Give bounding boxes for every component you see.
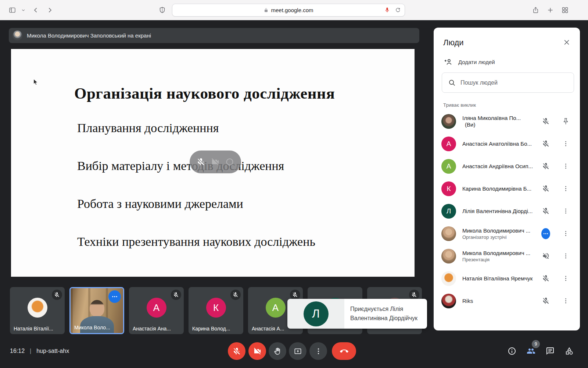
meeting-details-button[interactable]	[505, 344, 519, 358]
chat-icon	[546, 347, 555, 355]
privacy-shield-icon[interactable]	[157, 5, 167, 15]
more-menu-button[interactable]	[561, 162, 570, 171]
chevron-down-icon[interactable]	[18, 5, 28, 15]
more-menu-button[interactable]	[561, 207, 570, 216]
participant-you-suffix: (Ви)	[465, 121, 475, 128]
mic-off-icon	[541, 297, 550, 305]
participant-row: ККарина Володимирівна Б...	[434, 177, 580, 200]
participant-row: Микола Володимирович ...Організатор зуст…	[434, 222, 580, 245]
tile-avatar	[28, 298, 47, 318]
tile-name-label: Анастасія Ана...	[133, 326, 171, 332]
search-field[interactable]	[442, 72, 574, 93]
more-menu-button[interactable]	[561, 274, 570, 283]
join-toast-avatar-section: Л	[287, 299, 344, 329]
chat-panel-button[interactable]	[543, 344, 557, 358]
lock-icon	[263, 8, 269, 13]
add-people-button[interactable]: Додати людей	[444, 58, 495, 66]
camera-toggle-button[interactable]	[248, 342, 266, 360]
participant-name: Микола Володимирович ...	[462, 250, 530, 256]
activities-button[interactable]	[562, 344, 577, 358]
control-bar: 16:12 | hup-satt-ahx 9	[0, 334, 588, 368]
participant-name: Іляна Миколаївна По...	[462, 115, 521, 121]
floating-controls-overlay	[190, 151, 241, 173]
participant-avatar: А	[441, 159, 456, 174]
more-menu-button[interactable]	[561, 184, 570, 193]
reload-icon[interactable]	[395, 7, 401, 13]
presenter-avatar	[12, 31, 22, 40]
join-toast: Л Приєднується Лілія Валентинівна Діорді…	[287, 299, 427, 329]
participant-avatar	[441, 271, 456, 286]
tile-name-label: Анастасія А...	[252, 326, 284, 332]
slide-bullet: Планування дослідженння	[77, 121, 219, 135]
search-icon	[448, 79, 456, 86]
audio-off-icon	[541, 252, 550, 261]
camera-off-icon	[253, 347, 262, 355]
mic-off-icon	[541, 184, 550, 193]
mic-off-icon	[541, 162, 550, 171]
more-menu-button[interactable]	[561, 252, 570, 261]
mic-off-icon	[230, 290, 241, 300]
search-input[interactable]	[460, 79, 560, 86]
mic-off-icon	[541, 207, 550, 216]
mic-toggle-button[interactable]	[228, 342, 245, 360]
more-menu-button[interactable]	[561, 229, 570, 238]
mic-off-icon	[541, 139, 550, 148]
video-tile[interactable]: Микола Воло...	[69, 287, 124, 334]
participant-avatar	[441, 249, 456, 263]
participant-name-block: Анастасія Андріївна Осип...	[462, 163, 530, 170]
participant-role: Презентація	[462, 257, 530, 262]
participant-name: Riks	[462, 298, 473, 304]
call-end-icon	[340, 347, 348, 355]
participant-row: ААнастасія Андріївна Осип...	[434, 155, 580, 177]
more-options-button[interactable]	[309, 342, 327, 360]
participant-row: ААнастасія Анатоліївна Бо...	[434, 132, 580, 155]
address-bar[interactable]: meet.google.com	[172, 4, 405, 17]
slide-title: Організація наукового дослідження	[74, 84, 335, 102]
participant-name-block: Микола Володимирович ...Організатор зуст…	[462, 227, 530, 240]
mic-off-icon	[197, 158, 205, 166]
tab-overview-icon[interactable]	[560, 5, 570, 15]
people-panel-title: Люди	[443, 38, 464, 47]
forward-button[interactable]	[45, 5, 54, 15]
leave-call-button[interactable]	[332, 342, 356, 360]
participant-name: Анастасія Анатоліївна Бо...	[462, 141, 532, 147]
raise-hand-button[interactable]	[269, 342, 286, 360]
mouse-cursor	[33, 78, 39, 86]
more-menu-button[interactable]	[561, 139, 570, 148]
present-screen-button[interactable]	[289, 342, 306, 360]
mic-active-icon[interactable]	[384, 7, 390, 13]
hand-icon	[273, 347, 282, 355]
participant-name-block: Лілія Валентинівна Діорді...	[462, 208, 530, 215]
back-button[interactable]	[31, 5, 40, 15]
mic-off-icon	[171, 290, 181, 300]
camera-off-icon	[211, 158, 220, 166]
mic-off-icon	[409, 290, 419, 300]
present-icon	[294, 347, 302, 355]
participant-name: Наталія Віталіївна Яремчук	[462, 275, 533, 282]
tile-avatar: А	[266, 298, 286, 318]
person-add-icon	[444, 58, 452, 66]
tile-name-label: Микола Воло...	[74, 325, 110, 330]
participant-name-block: Анастасія Анатоліївна Бо...	[462, 141, 530, 147]
participant-avatar: Л	[441, 204, 456, 219]
pin-button[interactable]	[561, 117, 570, 126]
join-toast-avatar: Л	[304, 301, 329, 326]
new-tab-icon[interactable]	[545, 5, 555, 15]
slide-bullet: Робота з науковими джерелами	[77, 197, 243, 211]
sidebar-toggle-icon[interactable]	[7, 5, 17, 15]
participant-name: Анастасія Андріївна Осип...	[462, 163, 533, 169]
video-tile[interactable]: Наталія Віталії...	[10, 287, 65, 334]
browser-toolbar: meet.google.com	[0, 0, 588, 20]
meeting-code: hup-satt-ahx	[36, 348, 69, 354]
people-icon	[527, 347, 535, 355]
video-tile[interactable]: ААнастасія Ана...	[129, 287, 184, 334]
options-circle-icon	[225, 158, 234, 166]
more-menu-button[interactable]	[561, 297, 570, 305]
speaking-indicator[interactable]	[108, 290, 121, 303]
share-icon[interactable]	[531, 5, 540, 15]
divider: |	[30, 348, 31, 354]
slide-bullet: Вибір матеріалу і методів дослідження	[77, 159, 284, 173]
close-icon[interactable]	[561, 36, 573, 48]
people-panel: Люди Додати людей Триває виклик Іляна Ми…	[434, 28, 580, 330]
video-tile[interactable]: ККарина Волод...	[189, 287, 243, 334]
